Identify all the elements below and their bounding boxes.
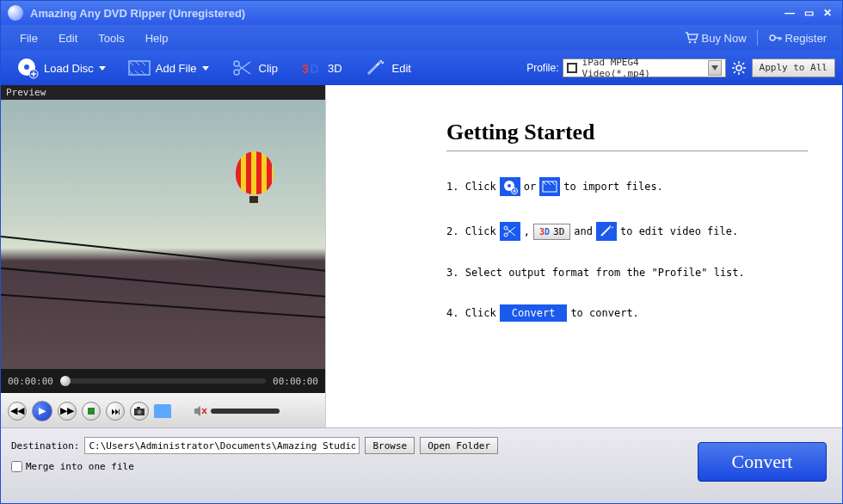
load-disc-button[interactable]: Load Disc: [8, 53, 114, 83]
svg-rect-6: [129, 61, 150, 75]
getting-started-panel: Getting Started 1. Click or to import fi…: [326, 85, 842, 427]
prev-button[interactable]: ◀◀: [8, 402, 27, 421]
mute-icon[interactable]: [194, 405, 207, 417]
menubar: File Edit Tools Help Buy Now Register: [1, 25, 842, 51]
profile-label: Profile:: [526, 62, 558, 74]
3d-button[interactable]: 3D 3D: [292, 53, 351, 83]
convert-button[interactable]: Convert: [698, 442, 827, 482]
3d-inline-button: 3D 3D: [533, 224, 570, 240]
wand-icon: [596, 222, 617, 241]
convert-inline-button: Convert: [500, 304, 568, 322]
destination-label: Destination:: [11, 440, 79, 452]
bottom-bar: Destination: Browse Open Folder Merge in…: [1, 427, 842, 503]
toolbar: Load Disc Add File Clip 3D 3D Edit Profi…: [1, 51, 842, 85]
load-disc-label: Load Disc: [44, 62, 94, 75]
snapshot-button[interactable]: [130, 402, 149, 421]
balloon-graphic: [236, 151, 274, 194]
volume-slider[interactable]: [211, 409, 280, 414]
preview-pane: Preview 00:00:00 00:00:00 ◀◀ ▶ ▶▶ ⏭: [1, 85, 326, 427]
merge-checkbox[interactable]: [11, 461, 22, 472]
svg-text:3: 3: [302, 62, 309, 76]
cart-icon: [685, 32, 698, 44]
stop-button[interactable]: [82, 402, 101, 421]
seek-slider[interactable]: [60, 378, 266, 384]
player-controls: ◀◀ ▶ ▶▶ ⏭: [1, 393, 325, 427]
step-button[interactable]: ⏭: [106, 402, 125, 421]
svg-text:D: D: [310, 62, 319, 76]
edit-button[interactable]: Edit: [356, 53, 420, 83]
step-3: 3. Select output format from the "Profil…: [446, 267, 808, 279]
svg-point-0: [688, 41, 691, 44]
format-icon: [567, 63, 577, 73]
svg-point-1: [693, 41, 696, 44]
destination-input[interactable]: [84, 437, 360, 454]
3d-icon: 3D: [539, 226, 551, 237]
apply-to-all-button[interactable]: Apply to All: [752, 58, 835, 77]
chevron-down-icon: [202, 66, 209, 71]
scissors-icon: [231, 57, 254, 79]
next-button[interactable]: ▶▶: [58, 402, 77, 421]
step-1: 1. Click or to import files.: [446, 177, 808, 196]
merge-checkbox-row[interactable]: Merge into one file: [11, 461, 689, 472]
svg-point-4: [24, 65, 29, 70]
svg-text:D: D: [545, 227, 550, 237]
film-icon: [539, 177, 560, 196]
register-label: Register: [785, 32, 827, 45]
chevron-down-icon: [99, 66, 106, 71]
getting-started-heading: Getting Started: [446, 120, 808, 151]
maximize-button[interactable]: ▭: [801, 7, 816, 19]
svg-point-16: [508, 184, 511, 187]
time-current: 00:00:00: [8, 376, 53, 387]
key-icon: [768, 32, 782, 44]
step-4: 4. Click Convert to convert.: [446, 304, 808, 322]
step-2: 2. Click , 3D 3D and to edit video file.: [446, 222, 808, 241]
gear-icon: [731, 60, 747, 76]
minimize-button[interactable]: —: [782, 7, 797, 19]
titlebar: Amazing Any DVD Ripper (Unregistered) — …: [1, 1, 842, 25]
wand-icon: [365, 57, 387, 79]
balloon-basket: [249, 196, 258, 203]
close-button[interactable]: ✕: [820, 7, 835, 19]
menu-help[interactable]: Help: [135, 28, 179, 48]
play-button[interactable]: ▶: [32, 401, 52, 421]
seek-thumb[interactable]: [60, 376, 71, 386]
camera-icon: [133, 406, 145, 416]
preview-label: Preview: [1, 85, 325, 100]
time-bar: 00:00:00 00:00:00: [1, 369, 325, 393]
profile-dropdown[interactable]: iPad MPEG4 Video(*.mp4): [563, 58, 726, 77]
edit-label: Edit: [392, 62, 411, 75]
buy-now-link[interactable]: Buy Now: [678, 30, 754, 46]
svg-point-2: [770, 35, 775, 40]
buy-now-label: Buy Now: [702, 32, 747, 45]
profile-value: iPad MPEG4 Video(*.mp4): [582, 57, 708, 79]
disc-icon: [16, 57, 39, 79]
chevron-down-icon: [708, 60, 722, 76]
profile-settings-button[interactable]: [729, 58, 748, 77]
time-total: 00:00:00: [273, 376, 318, 387]
menu-tools[interactable]: Tools: [88, 28, 134, 48]
3d-icon: 3D: [300, 57, 323, 79]
svg-point-13: [138, 409, 142, 414]
browse-button[interactable]: Browse: [365, 437, 415, 454]
add-file-label: Add File: [156, 62, 197, 75]
separator: [757, 30, 758, 46]
main-area: Preview 00:00:00 00:00:00 ◀◀ ▶ ▶▶ ⏭: [1, 85, 842, 427]
disc-icon: [500, 177, 520, 196]
add-file-button[interactable]: Add File: [120, 53, 218, 83]
app-logo-icon: [8, 5, 23, 21]
preview-video: [1, 100, 325, 369]
open-folder-button[interactable]: Open Folder: [420, 437, 498, 454]
3d-label: 3D: [328, 62, 342, 75]
clip-button[interactable]: Clip: [223, 53, 286, 83]
register-link[interactable]: Register: [761, 30, 834, 46]
svg-point-11: [736, 65, 741, 71]
window-title: Amazing Any DVD Ripper (Unregistered): [30, 7, 778, 20]
snapshot-folder-button[interactable]: [154, 404, 171, 418]
svg-rect-14: [137, 407, 140, 409]
menu-edit[interactable]: Edit: [48, 28, 88, 48]
menu-file[interactable]: File: [9, 28, 48, 48]
film-icon: [128, 57, 151, 79]
scissors-icon: [500, 222, 520, 241]
clip-label: Clip: [259, 62, 278, 75]
merge-label: Merge into one file: [26, 461, 134, 472]
